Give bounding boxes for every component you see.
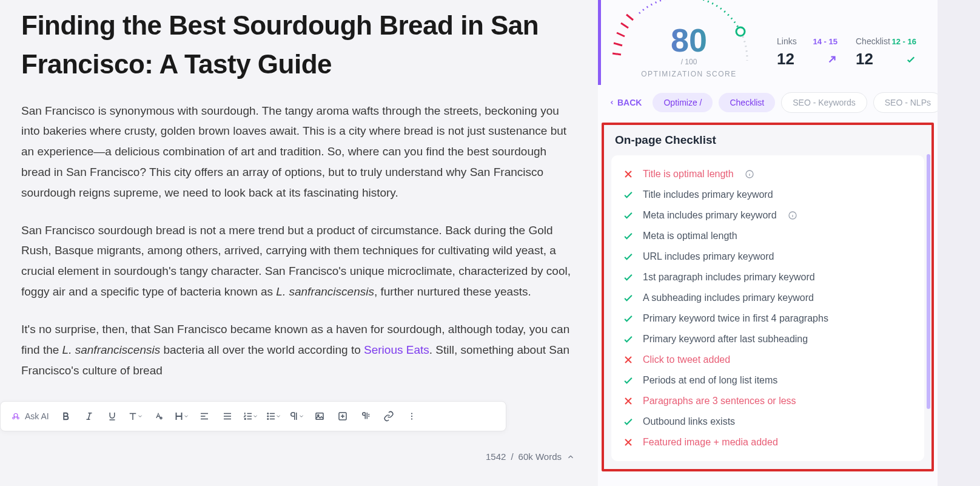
italic-button[interactable] <box>78 405 100 427</box>
metric-label: Checklist <box>856 36 890 46</box>
chevron-down-icon <box>183 413 189 419</box>
tab-optimize[interactable]: Optimize / <box>653 93 713 112</box>
image-button[interactable] <box>309 405 331 427</box>
scrollbar[interactable] <box>927 154 930 463</box>
x-icon <box>622 354 634 366</box>
link-button[interactable] <box>378 405 400 427</box>
italic-icon <box>84 411 95 422</box>
chevron-down-icon <box>298 413 304 419</box>
check-icon <box>622 333 634 345</box>
align-left-icon <box>199 411 210 422</box>
checklist-item[interactable]: Meta includes primary keyword <box>622 205 913 226</box>
svg-point-14 <box>411 418 412 419</box>
paragraph-2[interactable]: San Francisco sourdough bread is not a m… <box>21 220 573 302</box>
bullet-list-button[interactable] <box>263 405 284 427</box>
chevron-down-icon <box>252 413 258 419</box>
insert-block-button[interactable] <box>332 405 354 427</box>
tabs-row: BACK Optimize / Checklist SEO - Keywords… <box>598 85 938 120</box>
info-icon[interactable] <box>788 211 797 220</box>
x-icon <box>622 395 634 407</box>
checklist-item[interactable]: Title includes primary keyword <box>622 184 913 205</box>
svg-point-12 <box>411 413 412 414</box>
tab-seo-nlps[interactable]: SEO - NLPs <box>873 92 942 113</box>
heading-button[interactable] <box>170 405 192 427</box>
checklist-item-text: Click to tweet added <box>643 354 730 365</box>
checklist-item[interactable]: Paragraphs are 3 sentences or less <box>622 391 913 411</box>
align-left-button[interactable] <box>193 405 215 427</box>
paragraph-1[interactable]: San Francisco is synonymous with sourdou… <box>21 101 573 203</box>
checklist-item[interactable]: A subheading includes primary keyword <box>622 288 913 308</box>
checklist-item[interactable]: Click to tweet added <box>622 349 913 370</box>
checklist-item-text: Periods at end of long list items <box>643 375 777 386</box>
metric-target: 12 - 16 <box>892 37 916 46</box>
tab-checklist[interactable]: Checklist <box>719 93 775 112</box>
checklist-item[interactable]: Featured image + media added <box>622 432 913 453</box>
link-serious-eats[interactable]: Serious Eats <box>364 343 429 356</box>
check-icon <box>622 209 634 221</box>
paragraph-direction-button[interactable] <box>286 405 307 427</box>
checklist-item[interactable]: 1st paragraph includes primary keyword <box>622 267 913 288</box>
image-icon <box>314 411 325 422</box>
paragraph-3[interactable]: It's no surprise, then, that San Francis… <box>21 319 573 380</box>
check-icon <box>905 54 916 65</box>
svg-point-0 <box>14 414 18 417</box>
scrollbar-thumb[interactable] <box>927 154 930 409</box>
optimization-panel: 80 / 100 OPTIMIZATION SCORE Links14 - 15… <box>598 0 938 486</box>
ordered-list-button[interactable] <box>240 405 261 427</box>
checklist-item[interactable]: Primary keyword after last subheading <box>622 329 913 349</box>
check-icon <box>622 292 634 304</box>
more-button[interactable] <box>401 405 423 427</box>
ai-icon <box>10 411 21 422</box>
score-denom: / 100 <box>613 58 765 66</box>
check-icon <box>622 271 634 283</box>
checklist-item[interactable]: Title is optimal length <box>622 164 913 184</box>
word-count[interactable]: 1542 / 60k Words <box>486 451 575 462</box>
article-body[interactable]: San Francisco is synonymous with sourdou… <box>21 101 573 436</box>
svg-point-4 <box>267 413 269 414</box>
chevron-left-icon <box>609 100 615 106</box>
score-label: OPTIMIZATION SCORE <box>613 70 765 78</box>
info-icon[interactable] <box>745 169 754 179</box>
chevron-down-icon <box>137 413 143 419</box>
chevron-down-icon <box>275 413 281 419</box>
article-title[interactable]: Finding the Best Sourdough Bread in San … <box>21 6 573 84</box>
more-vertical-icon <box>406 411 417 422</box>
plus-square-icon <box>337 411 348 422</box>
tab-seo-keywords[interactable]: SEO - Keywords <box>781 92 867 113</box>
svg-point-11 <box>369 416 369 417</box>
checklist-item-text: Title includes primary keyword <box>643 189 773 200</box>
check-icon <box>622 230 634 242</box>
check-icon <box>622 374 634 386</box>
editor-area: Finding the Best Sourdough Bread in San … <box>0 0 594 486</box>
check-icon <box>622 251 634 263</box>
checklist-item-text: Paragraphs are 3 sentences or less <box>643 396 796 407</box>
svg-point-10 <box>369 414 369 415</box>
back-button[interactable]: BACK <box>609 98 642 107</box>
checklist-card: Title is optimal lengthTitle includes pr… <box>611 155 924 461</box>
pilcrow-show-icon <box>360 411 371 422</box>
underline-icon <box>107 411 118 422</box>
score-block: 80 / 100 OPTIMIZATION SCORE Links14 - 15… <box>598 0 938 85</box>
checklist-item[interactable]: Primary keyword twice in first 4 paragra… <box>622 308 913 329</box>
ask-ai-button[interactable]: Ask AI <box>5 405 54 427</box>
metric-value: 12 <box>777 50 794 69</box>
text-tool-button[interactable] <box>124 405 146 427</box>
show-formatting-button[interactable] <box>355 405 377 427</box>
svg-line-19 <box>626 15 633 20</box>
checklist-item[interactable]: Periods at end of long list items <box>622 370 913 391</box>
checklist-item-text: URL includes primary keyword <box>643 251 774 262</box>
checklist-item[interactable]: URL includes primary keyword <box>622 246 913 267</box>
checklist-item[interactable]: Meta is optimal length <box>622 226 913 246</box>
text-color-icon <box>153 411 164 422</box>
chevron-up-icon <box>566 453 575 461</box>
checklist-item[interactable]: Outbound links exists <box>622 411 913 432</box>
svg-point-3 <box>160 417 162 419</box>
underline-button[interactable] <box>101 405 123 427</box>
bold-button[interactable] <box>55 405 77 427</box>
metrics: Links14 - 15 12 Checklist12 - 16 12 <box>777 0 916 69</box>
svg-point-13 <box>411 416 412 417</box>
text-color-button[interactable] <box>147 405 169 427</box>
metric-label: Links <box>777 36 797 46</box>
align-justify-button[interactable] <box>216 405 238 427</box>
check-icon <box>622 189 634 201</box>
